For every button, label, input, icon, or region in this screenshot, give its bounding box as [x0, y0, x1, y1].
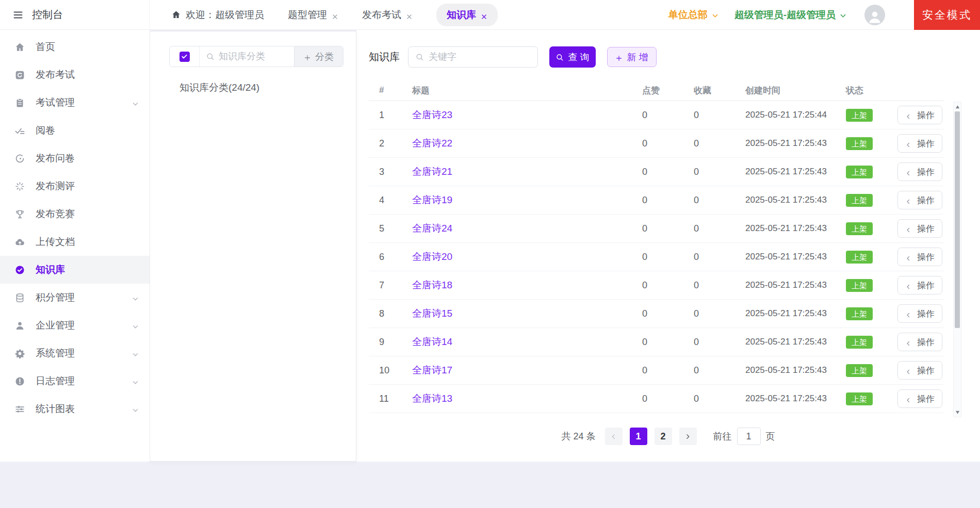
close-icon[interactable] [406, 11, 413, 18]
row-likes: 0 [632, 195, 683, 206]
close-icon[interactable] [481, 11, 487, 18]
chevron-down-icon [132, 322, 139, 330]
row-created-at: 2025-05-21 17:25:43 [735, 223, 836, 234]
query-button[interactable]: 查 询 [549, 46, 596, 68]
sidebar-item-home[interactable]: 首页 [0, 33, 150, 61]
safe-mode-button[interactable]: 安全模式 [914, 0, 980, 30]
row-action-label: 操作 [917, 280, 935, 291]
row-title-link[interactable]: 全唐诗15 [412, 308, 452, 319]
row-action-button[interactable]: 操作 [897, 361, 942, 380]
kb-toolbar: 知识库 查 询 新 增 [369, 46, 657, 68]
col-created: 创建时间 [735, 85, 836, 96]
row-title-link[interactable]: 全唐诗20 [412, 251, 452, 262]
row-action-button[interactable]: 操作 [897, 134, 942, 153]
scroll-down-icon[interactable] [954, 408, 961, 416]
chevron-down-icon [132, 294, 139, 302]
page-button-1[interactable]: 1 [630, 428, 647, 445]
table-row: 11 全唐诗13 0 0 2025-05-21 17:25:43 上架 操作 [369, 385, 944, 413]
table-body: 1 全唐诗23 0 0 2025-05-21 17:25:44 上架 操作 2 [369, 101, 944, 413]
row-title-link[interactable]: 全唐诗24 [412, 223, 452, 234]
page-button-2[interactable]: 2 [655, 428, 672, 445]
status-badge: 上架 [846, 336, 873, 349]
row-favorites: 0 [683, 167, 735, 177]
row-created-at: 2025-05-21 17:25:43 [735, 167, 836, 177]
row-action-button[interactable]: 操作 [897, 191, 942, 209]
sidebar-item-label: 首页 [36, 40, 139, 54]
sidebar-item-exam-management[interactable]: 考试管理 [0, 89, 150, 117]
row-index: 4 [369, 195, 402, 206]
row-action-button[interactable]: 操作 [897, 304, 942, 323]
tab-welcome[interactable]: 欢迎：超级管理员 [171, 8, 264, 22]
row-index: 2 [369, 138, 402, 149]
menu-collapse-icon[interactable] [12, 9, 24, 21]
sidebar-item-upload-doc[interactable]: 上传文档 [0, 228, 150, 256]
row-action-button[interactable]: 操作 [897, 333, 942, 351]
org-selector[interactable]: 单位总部 [668, 8, 719, 22]
row-title-link[interactable]: 全唐诗17 [412, 365, 452, 375]
row-title-link[interactable]: 全唐诗14 [412, 336, 452, 347]
row-action-label: 操作 [917, 365, 935, 376]
chevron-down-icon [132, 378, 139, 385]
survey-icon [14, 153, 25, 164]
top-bar: 控制台 欢迎：超级管理员 题型管理 发布考试 [0, 0, 980, 30]
user-role-selector[interactable]: 超级管理员-超级管理员 [734, 8, 847, 22]
user-role-label: 超级管理员-超级管理员 [734, 8, 836, 22]
tab-question-type[interactable]: 题型管理 [288, 8, 338, 22]
sidebar-item-enterprise[interactable]: 企业管理 [0, 312, 150, 339]
row-title-link[interactable]: 全唐诗18 [412, 280, 452, 290]
close-icon[interactable] [332, 11, 338, 18]
add-button[interactable]: 新 增 [607, 47, 657, 67]
sidebar-item-publish-exam[interactable]: 发布考试 [0, 61, 150, 89]
row-action-button[interactable]: 操作 [897, 106, 942, 124]
category-checkbox-cell [170, 46, 200, 67]
row-created-at: 2025-05-21 17:25:43 [735, 308, 836, 319]
table-row: 2 全唐诗22 0 0 2025-05-21 17:25:43 上架 操作 [369, 129, 944, 158]
row-title-link[interactable]: 全唐诗19 [412, 194, 452, 205]
row-title-link[interactable]: 全唐诗13 [412, 393, 452, 404]
row-created-at: 2025-05-21 17:25:43 [735, 394, 836, 404]
row-index: 10 [369, 365, 402, 376]
row-action-button[interactable]: 操作 [897, 389, 942, 408]
status-badge: 上架 [846, 194, 873, 207]
sidebar-item-system[interactable]: 系统管理 [0, 339, 150, 367]
scroll-up-icon[interactable] [954, 103, 961, 110]
chevron-left-icon [905, 225, 911, 232]
sidebar-item-knowledge-base[interactable]: 知识库 [0, 256, 150, 284]
row-action-button[interactable]: 操作 [897, 162, 942, 181]
plus-icon [615, 54, 623, 61]
sidebar-item-contest[interactable]: 发布竞赛 [0, 200, 150, 228]
sidebar-item-label: 统计图表 [36, 402, 121, 416]
status-badge: 上架 [846, 222, 873, 235]
category-search-input[interactable] [219, 51, 281, 62]
row-action-button[interactable]: 操作 [897, 248, 942, 266]
assessment-icon [14, 181, 25, 192]
sidebar-item-charts[interactable]: 统计图表 [0, 395, 150, 423]
chevron-left-icon [905, 396, 911, 402]
row-title-link[interactable]: 全唐诗23 [412, 109, 452, 120]
home-icon [14, 42, 25, 53]
sidebar-item-survey[interactable]: 发布问卷 [0, 144, 150, 172]
col-status: 状态 [836, 85, 887, 96]
row-action-button[interactable]: 操作 [897, 276, 942, 294]
avatar[interactable] [864, 5, 885, 25]
table-scrollbar[interactable] [953, 102, 961, 417]
row-action-button[interactable]: 操作 [897, 219, 942, 238]
next-page-button[interactable] [679, 428, 697, 445]
scrollbar-thumb[interactable] [955, 111, 960, 328]
prev-page-button[interactable] [605, 428, 623, 445]
row-title-link[interactable]: 全唐诗21 [412, 166, 452, 177]
col-favorites: 收藏 [683, 85, 735, 96]
row-likes: 0 [632, 110, 683, 121]
sidebar-item-logs[interactable]: 日志管理 [0, 367, 150, 395]
sidebar-item-points[interactable]: 积分管理 [0, 284, 150, 312]
row-title-link[interactable]: 全唐诗22 [412, 138, 452, 149]
sidebar-item-grading[interactable]: 阅卷 [0, 117, 150, 144]
select-all-checkbox[interactable] [179, 52, 190, 62]
add-category-button[interactable]: 分类 [294, 46, 343, 67]
keyword-search-input[interactable] [429, 52, 527, 62]
panel-label: 知识库 [369, 50, 400, 64]
tab-publish-exam[interactable]: 发布考试 [362, 8, 413, 22]
goto-page-input[interactable] [737, 428, 761, 445]
tab-knowledge-base[interactable]: 知识库 [436, 4, 498, 26]
sidebar-item-assessment[interactable]: 发布测评 [0, 172, 150, 200]
